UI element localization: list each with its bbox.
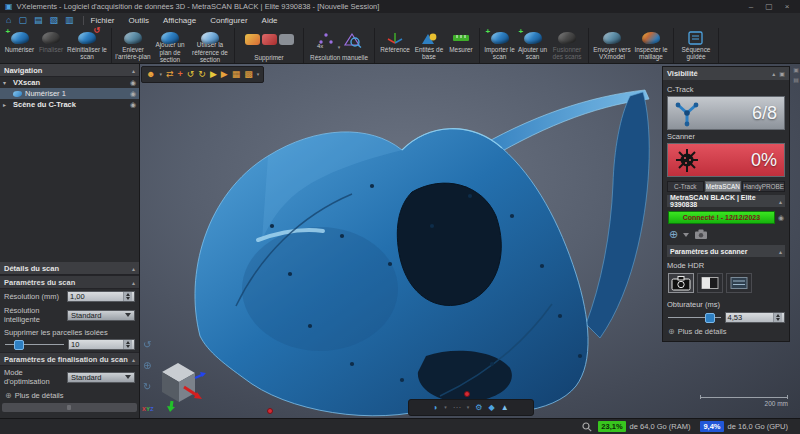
menu-affichage[interactable]: Affichage	[163, 16, 196, 25]
collapse-icon[interactable]: ▴	[132, 265, 135, 272]
grid-mesh-icon[interactable]: ▩	[244, 70, 253, 79]
visibility-panel-header[interactable]: Visibilité ▴ ▣	[663, 67, 789, 80]
chevron-down-icon[interactable]: ▾	[257, 72, 260, 77]
isolated-patches-input[interactable]: 10	[68, 339, 135, 350]
collapse-icon[interactable]: ▴	[132, 67, 135, 74]
smart-resolution-select[interactable]: Standard	[67, 310, 135, 321]
open-session-icon[interactable]: ▧	[49, 16, 58, 25]
view-mode-icon[interactable]: ◗	[433, 404, 438, 412]
menu-configurer[interactable]: Configurer	[210, 16, 247, 25]
finalisation-params-header[interactable]: Paramètres de finalisation du scan ▴	[0, 352, 139, 366]
finaliser-button[interactable]: Finaliser	[36, 29, 66, 63]
scanner-params-header[interactable]: Paramètres du scanner ▴	[667, 245, 785, 257]
resolution-4x-icon[interactable]: 4x	[315, 31, 337, 48]
spinner-buttons[interactable]	[123, 340, 132, 349]
expand-icon[interactable]: ▸	[3, 101, 10, 108]
inspecter-maillage-button[interactable]: Inspecter le maillage	[632, 29, 670, 63]
more-details-link[interactable]: ⊕ Plus de détails	[0, 388, 139, 403]
tree-item-scene-ctrack[interactable]: ▸ Scène du C-Track ◉	[0, 99, 139, 110]
sequence-guidee-button[interactable]: Séquence guidée	[677, 29, 715, 63]
visibility-eye-icon[interactable]: ◉	[130, 79, 136, 87]
docked-panel-icon[interactable]: ▤	[793, 77, 799, 83]
chevron-down-icon[interactable]	[683, 233, 689, 237]
tab-ctrack[interactable]: C-Track	[667, 181, 704, 192]
tree-item-vxscan[interactable]: ▾ VXscan ◉	[0, 77, 139, 88]
chevron-down-icon[interactable]: ▾	[159, 72, 162, 77]
numeriser-button[interactable]: + Numériser	[3, 29, 36, 63]
popout-icon[interactable]: ▣	[779, 70, 785, 77]
fusionner-scans-button[interactable]: Fusionner des scans	[549, 29, 585, 63]
menu-fichier[interactable]: Fichier	[91, 16, 115, 25]
reinitialiser-scan-button[interactable]: ↺ Réinitialiser le scan	[66, 29, 108, 63]
ajouter-scan-button[interactable]: + Ajouter un scan	[516, 29, 549, 63]
info-icon[interactable]: ◉	[778, 214, 784, 222]
rotate-right-icon[interactable]: ↻	[198, 70, 206, 79]
entites-de-base-button[interactable]: Entités de base	[412, 29, 446, 63]
chevron-down-icon[interactable]: ▾	[338, 44, 341, 50]
new-session-icon[interactable]: ▢	[18, 16, 27, 25]
menu-outils[interactable]: Outils	[129, 16, 149, 25]
expand-icon[interactable]: ▾	[3, 79, 10, 86]
orbit-rotate-icon[interactable]: ↺	[143, 340, 151, 350]
mesurer-button[interactable]: Mesurer	[446, 29, 476, 63]
play-alt-icon[interactable]: ▶	[221, 70, 228, 79]
mesh-display-icon[interactable]: ◆	[488, 404, 494, 412]
collapse-icon[interactable]: ▴	[132, 279, 135, 286]
settings-gear-icon[interactable]: ⚙	[475, 404, 482, 412]
envoyer-vxmodel-button[interactable]: Envoyer vers VXmodel	[592, 29, 632, 63]
device-header[interactable]: MetraSCAN BLACK | Elite 9390838 ▴	[667, 195, 785, 207]
ajouter-plan-section-button[interactable]: Ajouter un plan de section	[151, 29, 189, 63]
importer-scan-button[interactable]: + Importer le scan	[483, 29, 516, 63]
resolution-zone-icon[interactable]	[341, 31, 363, 48]
resolution-input[interactable]: 1,00	[67, 291, 135, 302]
hdr-mode-multi-button[interactable]	[726, 273, 752, 293]
chevron-down-icon[interactable]: ▾	[467, 405, 470, 410]
save-session-icon[interactable]: ▤	[34, 16, 43, 25]
hdr-mode-split-button[interactable]	[697, 273, 723, 293]
shutter-input[interactable]: 4,53	[725, 312, 786, 323]
more-details-link[interactable]: ⊕ Plus de détails	[667, 323, 785, 337]
flip-view-icon[interactable]: ⇄	[166, 70, 174, 79]
spinner-buttons[interactable]	[773, 313, 782, 322]
enlever-arriere-plan-button[interactable]: Enlever l'arrière-plan	[115, 29, 151, 63]
move-view-icon[interactable]: +	[178, 70, 183, 79]
horizontal-scrollbar[interactable]	[2, 403, 137, 412]
home-icon[interactable]: ⌂	[6, 16, 11, 25]
chevron-down-icon[interactable]: ▾	[444, 405, 447, 410]
visibility-eye-icon[interactable]: ◉	[130, 90, 136, 98]
tab-metrascan[interactable]: MetraSCAN	[705, 181, 742, 192]
play-sequence-icon[interactable]: ▶	[210, 70, 217, 79]
delete-targets-icon[interactable]	[245, 34, 260, 45]
docked-panel-icon[interactable]: ▣	[793, 67, 799, 73]
grid-targets-icon[interactable]: ▦	[232, 70, 241, 79]
delete-mesh-icon[interactable]	[279, 34, 294, 45]
tab-handyprobe[interactable]: HandyPROBE	[742, 181, 785, 192]
hdr-mode-camera-button[interactable]	[668, 273, 694, 293]
navigation-panel-header[interactable]: Navigation ▴	[0, 64, 139, 77]
menu-aide[interactable]: Aide	[262, 16, 278, 25]
shutter-slider[interactable]	[667, 312, 722, 323]
spinner-buttons[interactable]	[123, 292, 132, 301]
targets-crosshair-icon[interactable]: ⊕	[669, 229, 678, 240]
collapse-icon[interactable]: ▴	[779, 198, 782, 205]
surface-display-icon[interactable]: ▲	[501, 404, 509, 412]
visibility-eye-icon[interactable]: ◉	[130, 101, 136, 109]
camera-icon[interactable]	[694, 229, 709, 240]
close-button[interactable]: ×	[779, 2, 795, 11]
reference-button[interactable]: Référence	[378, 29, 412, 63]
more-options-icon[interactable]: ⋯	[453, 404, 461, 412]
scan-params-header[interactable]: Paramètres du scan ▴	[0, 275, 139, 289]
rotate-left-icon[interactable]: ↺	[187, 70, 195, 79]
delete-patches-icon[interactable]	[262, 34, 277, 45]
utiliser-reference-section-button[interactable]: Utiliser la référence de section	[189, 29, 231, 63]
navigation-cube[interactable]	[148, 356, 208, 412]
import-session-icon[interactable]: ▥	[65, 16, 74, 25]
maximize-button[interactable]: ▢	[761, 2, 777, 11]
collapse-icon[interactable]: ▴	[779, 248, 782, 255]
optimisation-select[interactable]: Standard	[67, 372, 135, 383]
scan-details-header[interactable]: Détails du scan ▴	[0, 262, 139, 275]
isolated-patches-slider[interactable]	[4, 339, 65, 350]
surface-view-icon[interactable]: ☻	[146, 70, 155, 79]
collapse-icon[interactable]: ▴	[772, 70, 775, 77]
minimize-button[interactable]: –	[743, 2, 759, 11]
